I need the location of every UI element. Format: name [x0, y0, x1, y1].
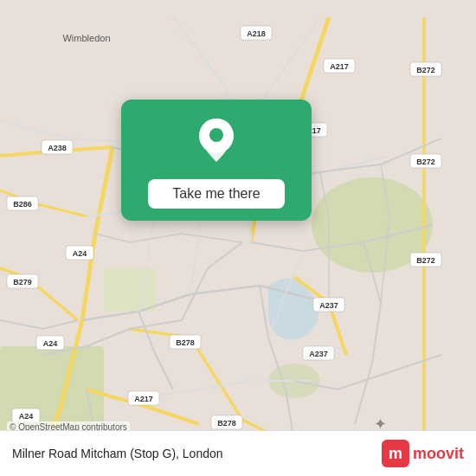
svg-text:A217: A217 [134, 395, 153, 403]
svg-rect-3 [104, 268, 156, 312]
moovit-logo-icon: m [382, 440, 409, 467]
svg-text:A237: A237 [309, 350, 328, 358]
svg-text:A218: A218 [247, 29, 266, 38]
svg-text:B272: B272 [416, 66, 435, 74]
map-container: A218 A217 B272 B272 B272 A238 B286 A24 A… [0, 0, 476, 476]
location-pin-icon [197, 117, 235, 167]
svg-text:B286: B286 [13, 200, 32, 209]
svg-text:B272: B272 [416, 158, 435, 166]
svg-text:A238: A238 [48, 144, 67, 152]
map-roads: A218 A217 B272 B272 B272 A238 B286 A24 A… [0, 0, 476, 476]
moovit-logo-text: moovit [413, 445, 464, 463]
location-label: Milner Road Mitcham (Stop G), London [12, 447, 223, 460]
svg-text:B278: B278 [176, 338, 195, 347]
navigation-card: Take me there [121, 100, 312, 221]
svg-text:B278: B278 [217, 419, 236, 428]
svg-text:A24: A24 [19, 412, 34, 421]
info-bar: Milner Road Mitcham (Stop G), London m m… [0, 430, 476, 476]
svg-text:A24: A24 [73, 249, 87, 258]
moovit-logo: m moovit [382, 440, 464, 467]
svg-text:A237: A237 [319, 301, 338, 310]
svg-point-41 [209, 128, 223, 142]
svg-text:B272: B272 [416, 256, 435, 265]
svg-text:A217: A217 [330, 62, 349, 71]
svg-text:B279: B279 [13, 278, 32, 286]
svg-text:Wimbledon: Wimbledon [62, 33, 110, 43]
take-me-there-button[interactable]: Take me there [148, 179, 284, 209]
svg-text:A24: A24 [43, 339, 58, 348]
